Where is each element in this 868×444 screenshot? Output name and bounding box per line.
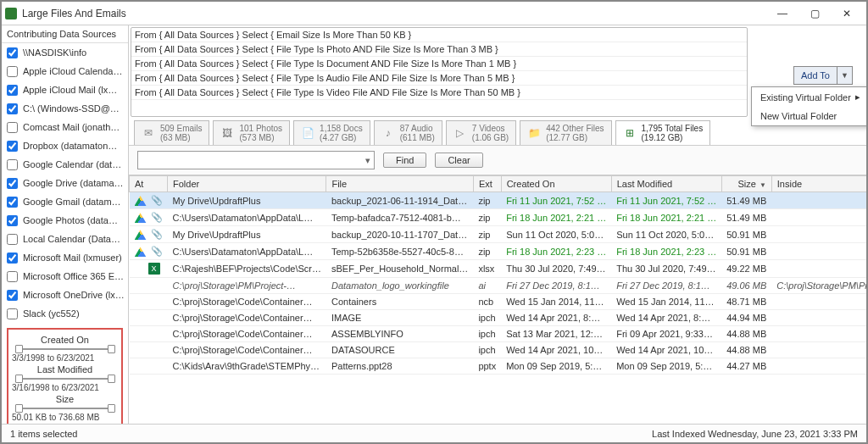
query-row[interactable]: From { All Data Sources } Select { File … — [131, 86, 747, 100]
data-source-item[interactable]: \\NASDISK\info — [2, 43, 128, 62]
data-source-item[interactable]: Google Calendar (data… — [2, 155, 128, 174]
table-row[interactable]: C:\proj\Storage\PM\Project-…Datamaton_lo… — [130, 278, 867, 294]
data-source-item[interactable]: Google Gmail (datama… — [2, 192, 128, 211]
data-source-checkbox[interactable] — [7, 271, 18, 282]
category-count: 442 Other Files — [546, 124, 604, 133]
table-row[interactable]: 📎C:\Users\Datamaton\AppData\L…Temp-52b63… — [130, 243, 867, 260]
data-source-item[interactable]: Microsoft Office 365 E… — [2, 267, 128, 286]
data-source-checkbox[interactable] — [7, 197, 18, 208]
data-source-item[interactable]: Microsoft Mail (lxmuser) — [2, 248, 128, 267]
category-tab[interactable]: ♪87 Audio(611 MB) — [374, 120, 442, 145]
filter-modified-range: 3/16/1998 to 6/23/2021 — [12, 383, 99, 392]
column-header[interactable]: Folder — [168, 176, 326, 192]
table-row[interactable]: XC:\Rajesh\BEF\Projects\Code\Scr…sBEF_Pe… — [130, 260, 867, 278]
data-source-item[interactable]: Apple iCloud Mail (lxm… — [2, 80, 128, 99]
data-source-item[interactable]: Google Drive (datamat… — [2, 174, 128, 192]
cell-folder: C:\Kids\Arav\9thGrade\STEMPhy… — [168, 358, 326, 375]
category-tab[interactable]: 📄1,158 Docs(4.27 GB) — [293, 120, 370, 145]
cell-size: 50.91 MB — [721, 226, 771, 243]
column-header[interactable]: Created On — [501, 176, 611, 192]
category-icon: ♪ — [381, 126, 395, 140]
category-size: (573 MB) — [239, 133, 282, 142]
data-source-checkbox[interactable] — [7, 47, 18, 58]
query-row[interactable]: From { All Data Sources } Select { File … — [131, 71, 747, 86]
close-button[interactable]: ✕ — [831, 3, 863, 24]
category-tab[interactable]: 🖼101 Photos(573 MB) — [213, 120, 290, 145]
add-to-dropdown-toggle[interactable]: ▼ — [837, 66, 853, 85]
paperclip-icon: 📎 — [151, 229, 163, 239]
data-source-label: Slack (yc552) — [23, 308, 80, 319]
data-source-item[interactable]: Comcast Mail (jonatha… — [2, 118, 128, 136]
filter-created-label: Created On — [41, 335, 89, 345]
table-row[interactable]: C:\Kids\Arav\9thGrade\STEMPhy…Patterns.p… — [130, 358, 867, 375]
data-source-checkbox[interactable] — [7, 103, 18, 114]
query-row[interactable]: From { All Data Sources } Select { Email… — [131, 28, 747, 42]
cell-folder: C:\proj\Storage\Code\Container… — [168, 294, 326, 310]
data-source-label: Local Calendar (Datam… — [23, 234, 125, 244]
query-row[interactable]: From { All Data Sources } Select { File … — [131, 42, 747, 57]
data-source-checkbox[interactable] — [7, 308, 18, 319]
search-combo[interactable]: ▾ — [137, 151, 375, 169]
category-count: 1,158 Docs — [320, 124, 363, 133]
cell-created: Sat 13 Mar 2021, 12:… — [501, 326, 611, 342]
category-tab[interactable]: 📁442 Other Files(12.77 GB) — [520, 120, 611, 145]
data-source-checkbox[interactable] — [7, 178, 18, 189]
column-header[interactable]: Inside — [771, 176, 866, 192]
menu-new-virtual-folder[interactable]: New Virtual Folder — [752, 107, 866, 125]
table-row[interactable]: C:\proj\Storage\Code\Container…DATASOURC… — [130, 342, 867, 358]
category-size: (4.27 GB) — [320, 133, 363, 142]
minimize-button[interactable]: — — [766, 3, 798, 24]
data-source-item[interactable]: Apple iCloud Calendar … — [2, 62, 128, 80]
data-source-checkbox[interactable] — [7, 159, 18, 170]
data-source-checkbox[interactable] — [7, 141, 18, 152]
column-header[interactable]: Ext — [473, 176, 501, 192]
filter-size-slider[interactable] — [15, 404, 115, 413]
clear-button[interactable]: Clear — [435, 153, 482, 168]
data-source-item[interactable]: Dropbox (datamaton@… — [2, 136, 128, 155]
menu-existing-virtual-folder[interactable]: Existing Virtual Folder▸ — [752, 87, 866, 107]
cell-inside — [771, 326, 866, 342]
cell-size: 49.06 MB — [721, 278, 771, 294]
filter-size-label: Size — [56, 394, 74, 404]
category-size: (1.06 GB) — [472, 133, 509, 142]
data-source-checkbox[interactable] — [7, 66, 18, 77]
data-source-item[interactable]: Slack (yc552) — [2, 304, 128, 323]
column-header[interactable]: Size▼ — [721, 176, 771, 192]
table-row[interactable]: 📎My Drive\UpdraftPlusbackup_2020-10-11-1… — [130, 226, 867, 243]
data-source-checkbox[interactable] — [7, 215, 18, 226]
column-header[interactable]: File — [326, 176, 473, 192]
data-source-checkbox[interactable] — [7, 85, 18, 96]
table-row[interactable]: C:\proj\Storage\Code\Container…IMAGEipch… — [130, 310, 867, 326]
cell-created: Fri 18 Jun 2021, 2:21 … — [501, 209, 611, 226]
table-row[interactable]: 📎C:\Users\Datamaton\AppData\L…Temp-bafad… — [130, 209, 867, 226]
category-tab[interactable]: ✉509 Emails(63 MB) — [134, 120, 209, 145]
results-grid[interactable]: AtFolderFileExtCreated OnLast ModifiedSi… — [129, 175, 866, 424]
cell-ext: zip — [473, 226, 501, 243]
table-row[interactable]: 📎My Drive\UpdraftPlusbackup_2021-06-11-1… — [130, 192, 867, 209]
data-source-checkbox[interactable] — [7, 234, 18, 245]
data-source-item[interactable]: Local Calendar (Datam… — [2, 230, 128, 248]
table-row[interactable]: C:\proj\Storage\Code\Container…Container… — [130, 294, 867, 310]
filter-modified-slider[interactable] — [15, 375, 115, 383]
column-header[interactable]: Last Modified — [611, 176, 721, 192]
query-row[interactable]: From { All Data Sources } Select { File … — [131, 57, 747, 71]
cell-created: Fri 27 Dec 2019, 8:1… — [501, 278, 611, 294]
column-header[interactable]: At — [130, 176, 168, 192]
maximize-button[interactable]: ▢ — [798, 3, 831, 24]
data-source-label: Microsoft Mail (lxmuser) — [23, 253, 122, 263]
data-source-label: Google Gmail (datama… — [23, 197, 125, 207]
data-source-checkbox[interactable] — [7, 253, 18, 264]
data-source-item[interactable]: Microsoft OneDrive (lx… — [2, 286, 128, 304]
category-tab[interactable]: ▷7 Videos(1.06 GB) — [446, 120, 516, 145]
find-button[interactable]: Find — [383, 153, 426, 168]
right-panel: From { All Data Sources } Select { Email… — [129, 25, 866, 424]
cell-file: Containers — [326, 294, 473, 310]
table-row[interactable]: C:\proj\Storage\Code\Container…ASSEMBLYI… — [130, 326, 867, 342]
data-source-item[interactable]: Google Photos (datam… — [2, 211, 128, 230]
add-to-button[interactable]: Add To — [793, 66, 837, 85]
data-source-checkbox[interactable] — [7, 122, 18, 133]
data-source-checkbox[interactable] — [7, 290, 18, 301]
data-source-item[interactable]: C:\ (Windows-SSD@RS… — [2, 99, 128, 118]
filter-created-slider[interactable] — [15, 345, 115, 353]
category-tab[interactable]: ⊞1,795 Total Files(19.12 GB) — [615, 120, 711, 145]
